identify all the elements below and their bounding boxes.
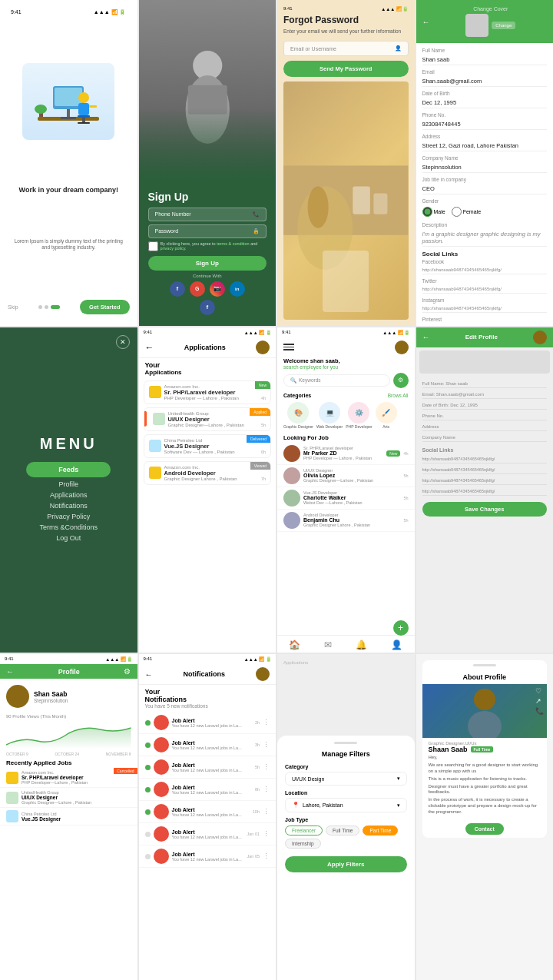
mini-job-1[interactable]: Amazon.com Inc. Sr. PHP/Laravel develope…: [0, 768, 137, 788]
contact-button[interactable]: Contact: [465, 823, 504, 835]
apply-filters-button[interactable]: Apply Filters: [285, 856, 407, 872]
category-web[interactable]: 💻 Web Developer: [316, 402, 343, 429]
terms-checkbox[interactable]: [148, 241, 158, 251]
menu-item-terms[interactable]: Terms &Conditions: [39, 523, 98, 531]
menu-item-applications[interactable]: Applications: [50, 491, 88, 499]
back-icon[interactable]: ←: [6, 667, 14, 676]
freelancer-tag[interactable]: Freelancer: [285, 826, 323, 835]
category-graphic[interactable]: 🎨 Graphic Designer: [283, 402, 313, 429]
send-password-button[interactable]: Send My Password: [283, 61, 409, 77]
job-time: 5h: [261, 423, 266, 427]
notif-menu-1[interactable]: ⋮: [263, 719, 270, 726]
notif-menu-7[interactable]: ⋮: [263, 852, 270, 860]
notif-item-7[interactable]: Job Alert You have 12 new Laravel jobs i…: [139, 845, 276, 868]
job-title-value[interactable]: CEO: [422, 184, 548, 194]
job-card-2[interactable]: UnitedHealth Group UI/UX Designer Graphi…: [144, 407, 272, 431]
menu-item-logout[interactable]: Log Out: [56, 534, 81, 542]
full-name-value[interactable]: Shan saab: [422, 55, 548, 65]
notif-menu-6[interactable]: ⋮: [263, 830, 270, 838]
job-list-item-2[interactable]: UI/UX Designer Olivia Lopez Graphic Desi…: [277, 465, 415, 487]
notif-menu-4[interactable]: ⋮: [263, 786, 270, 793]
instagram-value[interactable]: http://shansaab94874345465465njklfg/: [422, 304, 548, 313]
phone-icon[interactable]: 📞: [535, 707, 544, 715]
phone-input[interactable]: Phone Number 📞: [148, 208, 267, 221]
gmail-icon[interactable]: G: [190, 281, 205, 297]
job-list-item-4[interactable]: Android Developer Benjamin Chu Graphic D…: [277, 510, 415, 532]
notif-item-1[interactable]: Job Alert You have 12 new Laravel jobs i…: [139, 712, 276, 734]
password-input[interactable]: Password 🔒: [148, 224, 267, 238]
facebook-icon[interactable]: f: [170, 281, 185, 297]
person-nav-icon[interactable]: 👤: [391, 639, 402, 650]
field-2: Email: Shan.saab@gmail.com: [422, 390, 548, 399]
back-button[interactable]: ←: [145, 342, 154, 353]
notif-item-5[interactable]: Job Alert You have 12 new Laravel jobs i…: [139, 801, 276, 823]
description-value[interactable]: I'm a graphic designer graphic designing…: [422, 229, 548, 247]
email-input[interactable]: Email or Username 👤: [283, 41, 409, 56]
signup-button[interactable]: Sign Up: [148, 256, 267, 271]
heart-icon[interactable]: ♡: [535, 687, 544, 695]
add-fab-button[interactable]: +: [393, 620, 409, 636]
facebook-value[interactable]: http://shansaab94874345465465njklfg/: [422, 266, 548, 274]
home-nav-icon[interactable]: 🏠: [289, 639, 300, 650]
applications-nav-title: Applications: [184, 344, 226, 351]
female-option[interactable]: Female: [452, 207, 481, 217]
notif-menu-2[interactable]: ⋮: [263, 741, 270, 749]
menu-item-profile[interactable]: Profile: [58, 480, 78, 488]
change-button[interactable]: Change: [492, 22, 515, 29]
pinterest-value[interactable]: http://shansaab94874345465465njklfg/: [422, 324, 548, 326]
browse-all-link[interactable]: Brows All: [388, 393, 409, 398]
categories-row: 🎨 Graphic Designer 💻 Web Developer ⚙️ PH…: [277, 400, 415, 431]
mini-job-2[interactable]: UnitedHealth Group UI/UX Designer Graphi…: [0, 788, 137, 808]
search-input[interactable]: 🔍 Keywords: [283, 374, 390, 387]
job-list-item-3[interactable]: Vue.JS Developer Charlotte Walker Webst …: [277, 487, 415, 510]
back-icon[interactable]: ←: [422, 18, 430, 26]
phone-value[interactable]: 923084748445: [422, 119, 548, 130]
internship-tag[interactable]: Internship: [285, 839, 321, 849]
mail-nav-icon[interactable]: ✉: [324, 639, 332, 650]
category-dropdown[interactable]: UI/UX Design ▾: [285, 772, 407, 786]
search-header: [277, 337, 415, 357]
job-loc-3: Webst Dev —Lahore , Pakistan: [303, 500, 400, 505]
notif-item-4[interactable]: Job Alert You have 12 new Laravel jobs i…: [139, 779, 276, 801]
skip-button[interactable]: Skip: [8, 304, 18, 310]
job-card-3[interactable]: China Petroleo Ltd Vue.JS Designer Softw…: [144, 434, 272, 458]
menu-item-notifications[interactable]: Notifications: [50, 502, 88, 510]
notif-menu-5[interactable]: ⋮: [263, 808, 270, 816]
notif-item-2[interactable]: Job Alert You have 12 new Laravel jobs i…: [139, 734, 276, 756]
bell-nav-icon[interactable]: 🔔: [356, 639, 367, 650]
job-card-4[interactable]: Amazon.com Inc. Android Developer Graphi…: [144, 461, 272, 485]
category-php[interactable]: ⚙️ PHP Developer: [346, 402, 372, 429]
mini-job-3[interactable]: China Petroleo Ltd Vue.JS Designer: [0, 808, 137, 826]
part-time-tag[interactable]: Part Time: [363, 826, 398, 835]
back-button[interactable]: ←: [145, 670, 153, 679]
job-list-item-1[interactable]: Sr. PHP/Laravel developer Mr Parker ZD P…: [277, 443, 415, 465]
notif-menu-3[interactable]: ⋮: [263, 763, 270, 771]
dob-value[interactable]: Dec 12, 1995: [422, 98, 548, 108]
notif-item-6[interactable]: Job Alert You have 12 new Laravel jobs i…: [139, 823, 276, 845]
hamburger-menu[interactable]: [283, 344, 294, 350]
filter-button[interactable]: ⚙: [393, 373, 409, 388]
job-time-4: 5h: [403, 518, 408, 523]
full-time-tag[interactable]: Full Time: [326, 826, 359, 835]
send-icon[interactable]: ↗: [535, 697, 544, 705]
category-arts[interactable]: 🖌️ Arts: [376, 402, 397, 429]
twitter-value[interactable]: http://shansaab94874345465465njklfg/: [422, 285, 548, 294]
address-value[interactable]: Street 12, Gazi road, Lahore Pakistan: [422, 141, 548, 151]
menu-item-feeds[interactable]: Feeds: [26, 462, 111, 477]
email-value[interactable]: Shan.saab@gmail.com: [422, 76, 548, 87]
settings-icon[interactable]: ⚙: [124, 667, 131, 676]
linkedin-icon[interactable]: in: [230, 281, 245, 297]
menu-item-privacy[interactable]: Privacy Policy: [47, 513, 90, 520]
get-started-button[interactable]: Get Started: [80, 300, 129, 314]
notif-item-3[interactable]: Job Alert You have 12 new Laravel jobs i…: [139, 756, 276, 779]
instagram-icon[interactable]: 📷: [210, 281, 225, 297]
male-option[interactable]: Male: [422, 207, 445, 217]
close-button[interactable]: ✕: [116, 335, 130, 349]
job-card-1[interactable]: Amazon.com Inc. Sr. PHP/Laravel develope…: [144, 380, 272, 404]
location-input[interactable]: 📍 Lahore, Pakistan ▾: [285, 798, 407, 812]
back-icon-2[interactable]: ←: [422, 333, 430, 341]
company-value[interactable]: Stepinnsolution: [422, 162, 548, 173]
save-button-2[interactable]: Save Changes: [422, 502, 548, 517]
mini-job-title-3: Vue.JS Designer: [22, 816, 131, 822]
facebook-icon-2[interactable]: f: [200, 300, 215, 315]
